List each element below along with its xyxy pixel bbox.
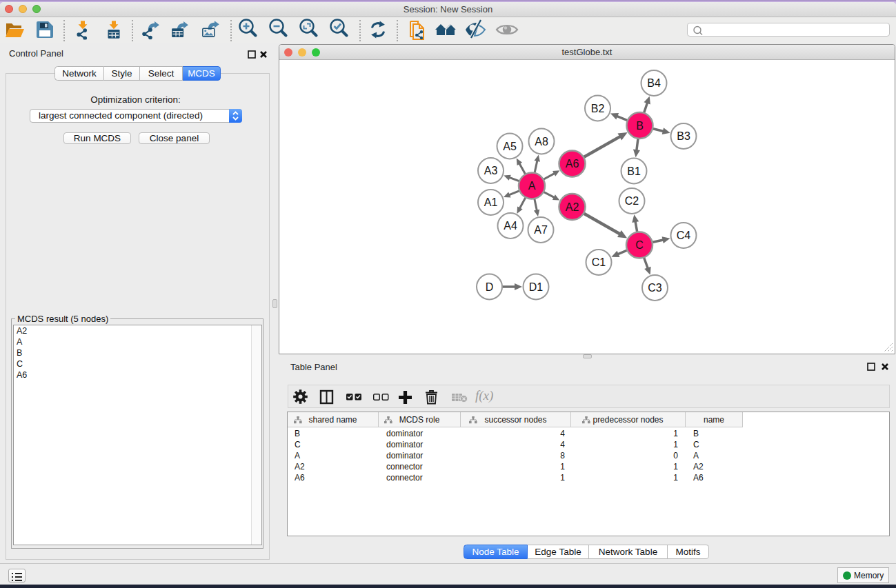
- svg-text:A: A: [528, 180, 536, 192]
- svg-text:D1: D1: [529, 281, 544, 293]
- svg-text:C2: C2: [625, 195, 639, 207]
- svg-text:B1: B1: [627, 165, 641, 177]
- svg-text:B4: B4: [647, 77, 661, 89]
- svg-text:A1: A1: [484, 196, 498, 208]
- svg-text:A7: A7: [534, 224, 548, 236]
- svg-text:B2: B2: [591, 103, 605, 114]
- svg-text:A4: A4: [504, 220, 517, 232]
- svg-text:B3: B3: [677, 130, 690, 142]
- svg-text:C4: C4: [677, 230, 691, 241]
- svg-text:A3: A3: [484, 165, 498, 176]
- svg-text:B: B: [636, 120, 644, 132]
- svg-text:A2: A2: [566, 201, 579, 213]
- svg-text:C: C: [635, 239, 644, 251]
- svg-text:C1: C1: [592, 256, 606, 268]
- svg-text:A5: A5: [503, 141, 517, 152]
- svg-text:A6: A6: [566, 158, 579, 170]
- svg-text:D: D: [486, 281, 494, 293]
- svg-text:C3: C3: [648, 282, 662, 294]
- svg-text:A8: A8: [535, 136, 548, 148]
